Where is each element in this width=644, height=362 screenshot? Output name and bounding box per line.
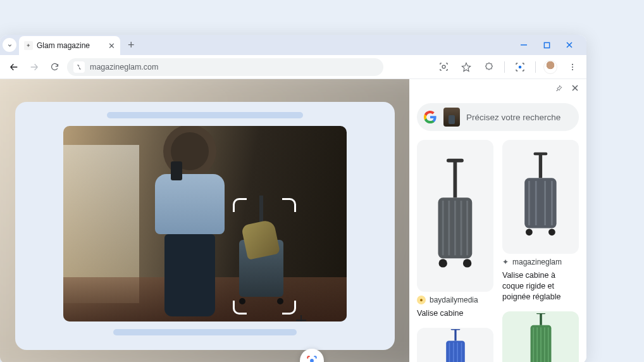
close-panel-button[interactable] <box>570 83 580 93</box>
svg-point-34 <box>548 228 555 235</box>
result-source: ● baydailymedia <box>417 296 493 304</box>
result-image <box>502 140 579 254</box>
pin-icon <box>555 84 563 92</box>
lens-crop-selection[interactable] <box>234 199 295 313</box>
close-window-button[interactable] <box>565 41 574 49</box>
lens-active-icon <box>514 61 526 73</box>
arrow-right-icon <box>29 62 39 72</box>
browser-window: ✦ Glam magazine ✕ + <box>0 35 586 362</box>
suitcase-icon <box>437 329 474 362</box>
page-content <box>0 79 409 362</box>
result-title: Valise cabine à coque rigide et poignée … <box>502 270 579 303</box>
svg-point-18 <box>463 259 471 267</box>
extensions-button[interactable] <box>481 59 497 75</box>
results-grid: ● baydailymedia Valise cabine <box>417 140 579 362</box>
kebab-icon <box>568 63 577 72</box>
result-card[interactable] <box>502 311 579 362</box>
maximize-button[interactable] <box>542 41 551 49</box>
reload-icon <box>50 62 59 72</box>
lens-toolbar-button[interactable] <box>436 59 451 75</box>
refine-search-placeholder: Précisez votre recherche <box>466 113 560 122</box>
skeleton-bar <box>107 112 303 118</box>
search-image-thumbnail <box>443 108 460 127</box>
lens-active-indicator[interactable] <box>512 59 528 75</box>
svg-rect-35 <box>540 313 542 325</box>
crosshair-cursor-icon <box>296 315 306 321</box>
tab-close-button[interactable]: ✕ <box>108 41 115 51</box>
svg-rect-26 <box>539 154 542 178</box>
lens-color-icon <box>306 354 318 362</box>
arrow-left-icon <box>9 62 19 72</box>
close-icon <box>571 84 579 92</box>
svg-rect-36 <box>536 313 545 314</box>
svg-rect-27 <box>534 153 548 156</box>
svg-point-6 <box>572 69 573 70</box>
forward-button[interactable] <box>27 59 42 75</box>
bookmark-button[interactable] <box>459 59 474 75</box>
reload-button[interactable] <box>47 59 62 75</box>
result-card[interactable]: ✦ magazineglam Valise cabine à coque rig… <box>502 140 579 303</box>
svg-point-17 <box>439 259 447 267</box>
suitcase-icon <box>424 155 486 277</box>
suitcase-icon <box>510 151 571 242</box>
google-logo-icon <box>423 110 437 124</box>
svg-point-5 <box>572 66 573 67</box>
puzzle-icon <box>484 62 494 72</box>
tab-active[interactable]: ✦ Glam magazine ✕ <box>19 36 120 55</box>
pin-panel-button[interactable] <box>554 83 564 93</box>
tab-search-button[interactable] <box>3 38 16 52</box>
result-source: ✦ magazineglam <box>502 258 579 266</box>
content-area: Précisez votre recherche <box>0 79 586 362</box>
site-info-icon[interactable] <box>73 61 85 73</box>
svg-point-3 <box>519 65 522 68</box>
new-tab-button[interactable]: + <box>123 39 140 52</box>
source-favicon-icon: ✦ <box>502 258 509 266</box>
page-card <box>15 102 395 350</box>
address-url: magazineglam.com <box>90 63 158 72</box>
result-card[interactable]: ● baydailymedia Valise cabine <box>417 140 493 319</box>
skeleton-bar <box>113 329 297 335</box>
result-image <box>417 328 493 362</box>
refine-search-input[interactable]: Précisez votre recherche <box>417 103 579 131</box>
svg-rect-21 <box>446 340 465 362</box>
source-favicon-icon: ● <box>417 296 426 304</box>
lens-side-panel: Précisez votre recherche <box>409 79 586 362</box>
svg-point-33 <box>526 228 533 235</box>
result-image <box>502 311 579 362</box>
svg-rect-9 <box>454 161 457 198</box>
star-icon <box>461 62 471 72</box>
svg-point-4 <box>572 63 573 65</box>
svg-point-2 <box>442 65 445 68</box>
result-title: Valise cabine <box>417 308 493 319</box>
lens-icon <box>438 61 449 72</box>
tab-title: Glam magazine <box>37 41 90 50</box>
minimize-button[interactable] <box>519 41 528 49</box>
suitcase-icon <box>520 313 562 362</box>
tab-strip: ✦ Glam magazine ✕ + <box>0 35 586 55</box>
window-controls <box>519 41 584 49</box>
svg-rect-10 <box>447 159 464 163</box>
tab-favicon-icon: ✦ <box>24 41 33 50</box>
result-card[interactable] <box>417 328 493 362</box>
svg-rect-1 <box>544 42 549 47</box>
back-button[interactable] <box>6 59 22 75</box>
address-bar[interactable]: magazineglam.com <box>67 58 383 76</box>
menu-button[interactable] <box>565 59 580 75</box>
profile-avatar[interactable] <box>543 60 557 74</box>
main-photo[interactable] <box>63 126 347 321</box>
person-illustration <box>146 132 234 316</box>
toolbar: magazineglam.com <box>0 55 586 79</box>
result-image <box>417 140 493 292</box>
chevron-down-icon <box>6 42 13 49</box>
svg-point-7 <box>310 359 314 362</box>
svg-rect-20 <box>450 329 460 330</box>
svg-rect-19 <box>454 329 456 341</box>
